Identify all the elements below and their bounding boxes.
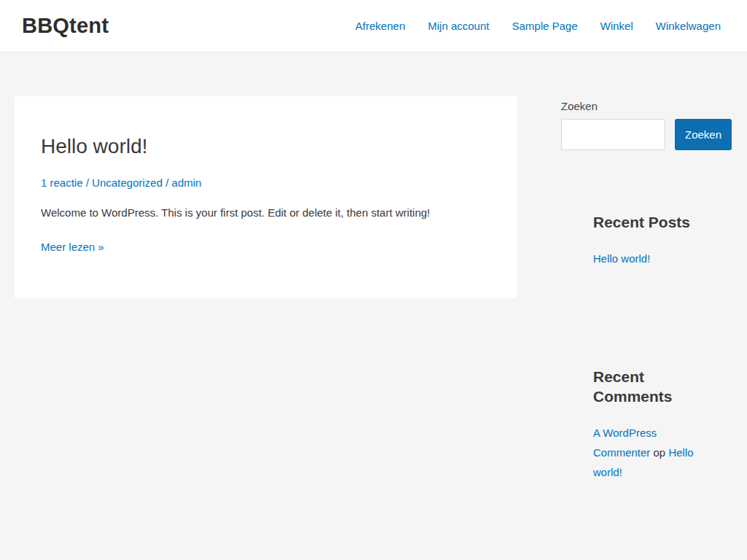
recent-comments-widget: Recent Comments A WordPress Commenter op…	[561, 367, 732, 482]
list-item: Hello world!	[593, 249, 700, 268]
post-title: Hello world!	[41, 134, 488, 159]
post-meta: 1 reactie / Uncategorized / admin	[41, 174, 488, 191]
list-item: A WordPress Commenter op Hello world!	[593, 423, 700, 482]
meta-separator: /	[163, 176, 172, 189]
comment-author-link[interactable]: A WordPress Commenter	[593, 427, 657, 459]
nav-item-afrekenen[interactable]: Afrekenen	[355, 20, 405, 32]
site-header: BBQtent Afrekenen Mijn account Sample Pa…	[0, 0, 747, 52]
post-title-link[interactable]: Hello world!	[41, 135, 147, 158]
search-input[interactable]	[561, 119, 665, 150]
recent-post-link[interactable]: Hello world!	[593, 252, 650, 265]
search-widget: Zoeken Zoeken	[561, 98, 732, 150]
meta-separator: /	[83, 176, 93, 189]
recent-posts-widget: Recent Posts Hello world!	[561, 212, 732, 268]
search-row: Zoeken	[561, 119, 732, 150]
site-logo[interactable]: BBQtent	[22, 14, 109, 38]
recent-comments-list: A WordPress Commenter op Hello world!	[593, 423, 700, 482]
post-card: Hello world! 1 reactie / Uncategorized /…	[15, 96, 517, 298]
post-category-link[interactable]: Uncategorized	[92, 176, 163, 189]
main-nav: Afrekenen Mijn account Sample Page Winke…	[333, 20, 721, 32]
sidebar: Zoeken Zoeken Recent Posts Hello world! …	[561, 96, 732, 482]
nav-item-winkelwagen[interactable]: Winkelwagen	[656, 20, 721, 32]
nav-item-winkel[interactable]: Winkel	[600, 20, 633, 32]
recent-comments-title: Recent Comments	[593, 367, 700, 406]
content-area: Hello world! 1 reactie / Uncategorized /…	[0, 52, 747, 482]
nav-item-sample-page[interactable]: Sample Page	[512, 20, 578, 32]
search-button[interactable]: Zoeken	[675, 119, 732, 150]
read-more-link[interactable]: Meer lezen »	[41, 238, 104, 256]
post-comments-link[interactable]: 1 reactie	[41, 176, 83, 189]
post-author-link[interactable]: admin	[171, 176, 201, 189]
nav-item-mijn-account[interactable]: Mijn account	[427, 20, 489, 32]
search-label: Zoeken	[561, 98, 732, 114]
post-excerpt: Welcome to WordPress. This is your first…	[41, 204, 488, 222]
recent-posts-list: Hello world!	[593, 249, 700, 268]
comment-connector: op	[650, 446, 668, 459]
recent-posts-title: Recent Posts	[593, 212, 700, 232]
